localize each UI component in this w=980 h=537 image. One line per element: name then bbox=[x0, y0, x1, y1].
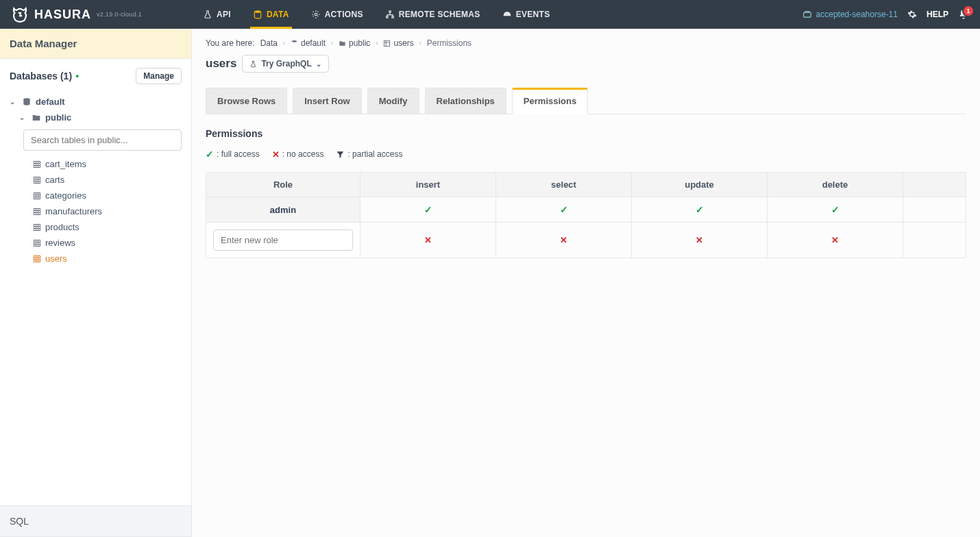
nav-events-icon bbox=[502, 10, 512, 19]
table-header: update bbox=[632, 173, 768, 197]
check-icon: ✓ bbox=[831, 204, 840, 215]
nav-label: REMOTE SCHEMAS bbox=[399, 10, 480, 19]
permission-cell[interactable]: ✕ bbox=[768, 223, 903, 258]
permission-cell[interactable]: ✓ bbox=[496, 197, 632, 223]
top-nav: HASURA v2.19.0-cloud.1 APIDATAACTIONSREM… bbox=[0, 0, 980, 29]
databases-label: Databases (1) ● bbox=[10, 71, 79, 82]
table-label: cart_items bbox=[45, 159, 86, 169]
nav-api[interactable]: API bbox=[192, 0, 242, 29]
chevron-right-icon: › bbox=[376, 40, 378, 47]
try-graphql-button[interactable]: Try GraphQL ⌄ bbox=[242, 55, 328, 73]
table-icon bbox=[33, 255, 41, 263]
table-label: carts bbox=[45, 175, 64, 185]
chevron-right-icon: › bbox=[419, 40, 421, 47]
svg-rect-6 bbox=[34, 192, 40, 199]
svg-rect-9 bbox=[34, 240, 40, 246]
table-label: users bbox=[45, 253, 67, 264]
svg-rect-8 bbox=[34, 224, 40, 230]
permission-cell[interactable] bbox=[903, 197, 966, 223]
table-icon bbox=[33, 176, 41, 184]
nav-remote-schemas[interactable]: REMOTE SCHEMAS bbox=[374, 0, 491, 29]
permission-cell[interactable]: ✕ bbox=[496, 223, 632, 258]
legend-none-text: : no access bbox=[282, 149, 324, 159]
legend-full-text: : full access bbox=[217, 149, 260, 159]
databases-count-text: Databases (1) bbox=[10, 71, 72, 82]
table-item[interactable]: carts bbox=[33, 172, 182, 188]
table-icon bbox=[33, 192, 41, 200]
new-role-input[interactable] bbox=[213, 229, 353, 251]
table-item[interactable]: users bbox=[33, 251, 182, 266]
page-title: users bbox=[206, 57, 236, 71]
title-row: users Try GraphQL ⌄ bbox=[206, 55, 966, 73]
permission-cell[interactable]: ✓ bbox=[360, 197, 496, 223]
breadcrumb-item[interactable]: public bbox=[339, 38, 370, 48]
table-label: categories bbox=[45, 190, 86, 201]
table-item[interactable]: manufacturers bbox=[33, 203, 182, 219]
chevron-down-icon: ⌄ bbox=[10, 98, 18, 105]
project-indicator[interactable]: accepted-seahorse-11 bbox=[803, 10, 898, 19]
logo-block: HASURA v2.19.0-cloud.1 bbox=[11, 5, 192, 23]
tab-modify[interactable]: Modify bbox=[367, 88, 419, 114]
nav-actions[interactable]: ACTIONS bbox=[300, 0, 374, 29]
status-dot-icon: ● bbox=[75, 73, 79, 79]
svg-point-11 bbox=[292, 40, 297, 42]
nav-actions-icon bbox=[311, 10, 321, 19]
table-icon bbox=[33, 223, 41, 232]
svg-rect-4 bbox=[34, 161, 40, 167]
breadcrumb-item[interactable]: Data bbox=[260, 38, 278, 48]
section-title: Permissions bbox=[206, 128, 966, 139]
permission-cell[interactable]: ✓ bbox=[632, 197, 768, 223]
new-role-row: ✕✕✕✕ bbox=[206, 223, 966, 258]
permission-cell[interactable]: ✕ bbox=[632, 223, 768, 258]
nav-right: accepted-seahorse-11 HELP 1 bbox=[803, 9, 969, 20]
permission-cell[interactable]: ✕ bbox=[360, 223, 496, 258]
svg-rect-12 bbox=[384, 40, 390, 46]
table-list: cart_itemscartscategoriesmanufacturerspr… bbox=[10, 156, 182, 266]
db-tree: ⌄ default ⌄ public cart_itemscartscatego… bbox=[0, 91, 191, 269]
tab-insert-row[interactable]: Insert Row bbox=[293, 88, 361, 114]
notification-badge: 1 bbox=[964, 6, 973, 16]
permission-cell[interactable]: ✓ bbox=[768, 197, 903, 223]
gear-icon[interactable] bbox=[907, 10, 917, 19]
table-icon bbox=[33, 208, 41, 216]
database-name: default bbox=[36, 97, 65, 107]
folder-icon bbox=[32, 113, 41, 123]
table-item[interactable]: cart_items bbox=[33, 156, 182, 172]
search-input[interactable] bbox=[23, 129, 182, 151]
table-header: select bbox=[496, 173, 632, 197]
x-icon: ✕ bbox=[272, 149, 280, 160]
nav-events[interactable]: EVENTS bbox=[491, 0, 561, 29]
manage-button[interactable]: Manage bbox=[136, 68, 182, 84]
tab-browse-rows[interactable]: Browse Rows bbox=[206, 88, 287, 114]
nav-tabs: APIDATAACTIONSREMOTE SCHEMASEVENTS bbox=[192, 0, 561, 29]
nav-data-icon bbox=[253, 10, 262, 19]
database-node[interactable]: ⌄ default bbox=[10, 94, 182, 110]
legend: ✓ : full access ✕ : no access : partial … bbox=[206, 149, 966, 160]
table-header: delete bbox=[768, 173, 903, 197]
help-button[interactable]: HELP bbox=[927, 10, 948, 19]
permission-cell[interactable] bbox=[903, 223, 966, 258]
table-icon bbox=[33, 239, 41, 247]
notification-bell[interactable]: 1 bbox=[958, 9, 969, 20]
nav-api-icon bbox=[203, 10, 212, 19]
legend-none: ✕ : no access bbox=[272, 149, 324, 160]
table-item[interactable]: categories bbox=[33, 188, 182, 203]
legend-partial: : partial access bbox=[336, 149, 402, 159]
x-icon: ✕ bbox=[560, 235, 567, 245]
schema-node[interactable]: ⌄ public bbox=[10, 110, 182, 125]
tab-relationships[interactable]: Relationships bbox=[425, 88, 506, 114]
breadcrumb-current: Permissions bbox=[427, 38, 471, 48]
table-item[interactable]: products bbox=[33, 219, 182, 235]
sql-button[interactable]: SQL bbox=[0, 505, 191, 537]
databases-row: Databases (1) ● Manage bbox=[0, 59, 191, 91]
version-label: v2.19.0-cloud.1 bbox=[97, 11, 142, 18]
breadcrumb-item[interactable]: users bbox=[383, 38, 413, 48]
nav-label: EVENTS bbox=[516, 10, 550, 19]
tab-permissions[interactable]: Permissions bbox=[512, 88, 588, 114]
chevron-right-icon: › bbox=[331, 40, 333, 47]
table-item[interactable]: reviews bbox=[33, 235, 182, 251]
breadcrumb-item[interactable]: default bbox=[291, 38, 326, 48]
main-content: You are here:Data›default›public›users›P… bbox=[192, 29, 980, 537]
project-name: accepted-seahorse-11 bbox=[816, 10, 898, 19]
nav-data[interactable]: DATA bbox=[242, 0, 300, 29]
